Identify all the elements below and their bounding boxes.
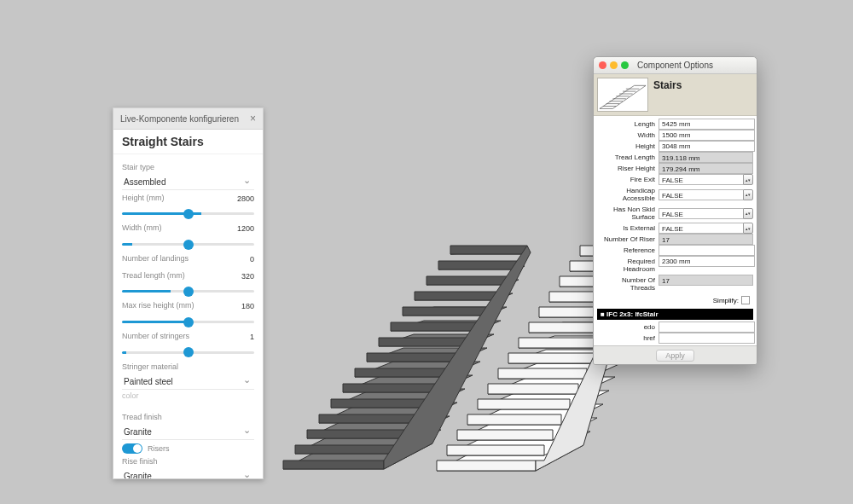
risers-toggle[interactable]: [122, 443, 142, 454]
nonskid-label: Has Non Skid Surface: [597, 204, 659, 223]
width-value: 1200: [237, 224, 254, 233]
external-select[interactable]: FALSE: [659, 223, 743, 234]
component-thumbnail: [597, 78, 648, 112]
edo-label: edo: [597, 322, 659, 333]
dropdown-icon[interactable]: ▴▾: [743, 208, 753, 219]
length-field[interactable]: [659, 119, 755, 130]
svg-marker-21: [355, 368, 445, 377]
svg-marker-2: [307, 416, 450, 438]
dropdown-icon[interactable]: ▴▾: [743, 174, 753, 185]
properties-body[interactable]: Length Width Height Tread Length319.118 …: [594, 116, 757, 345]
landings-label: Number of landings: [122, 254, 189, 264]
component-title: Straight Stairs: [113, 130, 263, 154]
stringers-label: Number of stringers: [122, 332, 189, 342]
svg-marker-27: [426, 276, 507, 285]
stringers-slider[interactable]: [122, 351, 254, 354]
length-label: Length: [597, 119, 659, 130]
svg-marker-5: [343, 375, 473, 392]
rise-finish-label: Rise finish: [122, 457, 254, 467]
simplify-checkbox[interactable]: [741, 296, 750, 304]
tread-length-slider[interactable]: [122, 290, 254, 293]
href-label: href: [597, 333, 659, 344]
tread-length-label: Tread Length: [597, 152, 659, 163]
svg-marker-12: [426, 280, 519, 285]
tread-length-field: 319.118 mm: [659, 152, 753, 163]
svg-marker-11: [415, 293, 513, 300]
svg-marker-29: [450, 246, 527, 254]
external-label: Is External: [597, 223, 659, 234]
width-field[interactable]: [659, 130, 755, 141]
svg-marker-17: [307, 430, 404, 438]
height-field[interactable]: [659, 141, 755, 152]
svg-marker-34: [467, 404, 603, 425]
edo-field[interactable]: [659, 322, 755, 333]
ifc-header: ■ IFC 2x3: IfcStair: [597, 309, 753, 320]
svg-marker-7: [367, 348, 487, 362]
svg-marker-36: [488, 377, 615, 394]
nonskid-select[interactable]: FALSE: [659, 208, 743, 219]
max-rise-label: Max rise height (mm): [122, 301, 194, 311]
svg-marker-26: [415, 292, 496, 300]
reference-field[interactable]: [659, 245, 755, 256]
stair-type-select[interactable]: [122, 175, 254, 190]
svg-marker-32: [447, 432, 590, 455]
riser-height-label: Riser Height: [597, 163, 659, 174]
num-riser-label: Number Of Riser: [597, 234, 659, 245]
width-slider[interactable]: [122, 243, 254, 246]
fire-exit-label: Fire Exit: [597, 174, 659, 185]
rise-finish-select[interactable]: [122, 469, 254, 478]
tread-finish-select[interactable]: [122, 425, 254, 440]
tread-length-label: Tread length (mm): [122, 271, 185, 281]
reference-label: Reference: [597, 245, 659, 256]
svg-marker-28: [438, 261, 517, 269]
window-titlebar[interactable]: Component Options: [594, 57, 757, 74]
stringer-material-label: Stringer material: [122, 362, 254, 373]
svg-marker-47: [437, 461, 536, 471]
svg-marker-51: [478, 399, 570, 409]
max-rise-value: 180: [241, 302, 254, 310]
close-icon[interactable]: ×: [250, 113, 256, 125]
svg-marker-3: [319, 403, 457, 423]
height-label: Height (mm): [122, 194, 165, 204]
svg-marker-37: [498, 363, 621, 379]
window-footer: Apply: [594, 345, 757, 364]
height-slider[interactable]: [122, 212, 254, 215]
svg-marker-13: [438, 266, 525, 269]
svg-marker-55: [519, 338, 604, 348]
panel-body[interactable]: Stair type Height (mm)2800 Width (mm)120…: [113, 154, 263, 478]
apply-button[interactable]: Apply: [656, 350, 694, 362]
svg-marker-23: [379, 338, 466, 346]
width-label: Width (mm): [122, 223, 162, 234]
handicap-label: Handicap Accessible: [597, 185, 659, 204]
svg-marker-35: [478, 391, 609, 409]
svg-marker-24: [391, 322, 476, 331]
stringer-material-select[interactable]: [122, 374, 254, 390]
height-value: 2800: [237, 194, 254, 203]
dropdown-icon[interactable]: ▴▾: [743, 189, 753, 200]
handicap-select[interactable]: FALSE: [659, 189, 743, 200]
svg-marker-25: [403, 307, 486, 316]
risers-label: Risers: [148, 444, 170, 453]
headroom-field[interactable]: [659, 256, 755, 267]
riser-height-field: 179.294 mm: [659, 163, 753, 174]
dropdown-icon[interactable]: ▴▾: [743, 223, 753, 234]
svg-marker-33: [457, 418, 597, 440]
fire-exit-select[interactable]: FALSE: [659, 174, 743, 185]
svg-marker-48: [447, 445, 544, 455]
svg-marker-8: [379, 334, 494, 346]
svg-marker-6: [355, 362, 480, 377]
svg-marker-50: [467, 414, 561, 425]
svg-marker-4: [331, 389, 465, 408]
width-label: Width: [597, 130, 659, 141]
svg-marker-18: [319, 414, 415, 423]
svg-marker-9: [391, 321, 501, 331]
href-field[interactable]: [659, 333, 755, 344]
stringers-value: 1: [250, 333, 254, 341]
svg-marker-10: [403, 307, 507, 316]
svg-marker-54: [508, 353, 595, 363]
num-threads-field: 17: [659, 275, 753, 286]
panel-header: Live-Komponente konfigurieren ×: [113, 108, 263, 130]
component-name: Stairs: [653, 78, 682, 112]
svg-marker-0: [283, 443, 432, 469]
max-rise-slider[interactable]: [122, 321, 254, 323]
